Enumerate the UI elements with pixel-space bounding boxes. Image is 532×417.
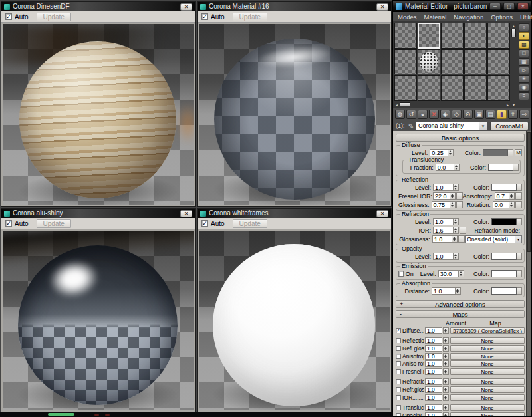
map-amount-field[interactable]: 1.0 — [425, 412, 442, 416]
make-material-copy-button[interactable]: ◈ — [440, 110, 450, 119]
diffuse-map-shortcut-button[interactable]: M — [515, 149, 522, 156]
material-slot-5[interactable] — [487, 23, 510, 49]
update-button[interactable]: Update — [37, 219, 71, 228]
background-button[interactable]: ▩ — [519, 41, 529, 49]
color-side-button[interactable] — [517, 184, 522, 191]
scroll-thumb[interactable] — [511, 29, 516, 37]
refraction-glossiness-field[interactable]: 1.0 — [432, 235, 452, 243]
options-button[interactable]: ✳ — [519, 75, 529, 83]
material-slot-12[interactable] — [418, 75, 440, 101]
menu-navigation[interactable]: Navigation — [454, 13, 483, 21]
rotation-spinner[interactable] — [509, 201, 515, 208]
color-side-button[interactable] — [517, 253, 522, 260]
map-enable-checkbox[interactable] — [396, 338, 401, 343]
put-to-library-button[interactable]: ◇ — [452, 110, 462, 119]
map-enable-checkbox[interactable] — [396, 361, 401, 366]
material-map-navigator-button[interactable]: ≡ — [519, 92, 529, 100]
titlebar[interactable]: Corona Material #16 ✕ — [198, 2, 391, 11]
close-button[interactable]: ✕ — [517, 3, 529, 10]
slots-vertical-scrollbar[interactable]: ▴ ▾ — [511, 23, 517, 107]
map-slot-button[interactable]: None — [450, 378, 525, 385]
map-amount-field[interactable]: 1.0 — [425, 404, 442, 411]
diffuse-level-spinner[interactable] — [448, 149, 454, 156]
map-amount-field[interactable]: 1.0 — [425, 353, 442, 360]
map-slot-button[interactable]: None — [450, 394, 525, 401]
anisotropy-spinner[interactable] — [509, 192, 515, 200]
glossiness-map-button[interactable] — [456, 201, 463, 208]
map-amount-field[interactable]: 1.0 — [425, 360, 442, 367]
material-class-button[interactable]: CoronaMtl — [490, 122, 529, 130]
material-slot-15[interactable] — [487, 75, 510, 101]
show-end-result-button[interactable]: ▤ — [485, 110, 495, 119]
chevron-down-icon[interactable]: ▼ — [515, 236, 521, 243]
show-map-in-viewport-button[interactable]: ▣ — [474, 110, 484, 119]
color-side-button[interactable] — [513, 164, 519, 171]
ior-spinner[interactable] — [453, 227, 459, 234]
refraction-level-spinner[interactable] — [453, 218, 459, 225]
close-button[interactable]: ✕ — [180, 3, 192, 11]
refraction-color-swatch[interactable] — [491, 218, 517, 225]
close-button[interactable]: ✕ — [376, 210, 388, 217]
map-amount-spinner[interactable] — [443, 412, 449, 416]
map-slot-button[interactable]: None — [450, 404, 525, 411]
map-slot-button[interactable]: None — [450, 345, 525, 352]
reset-map-button[interactable]: ✕ — [429, 110, 439, 119]
rotation-map-button[interactable] — [515, 201, 522, 208]
refraction-level-field[interactable]: 1.0 — [433, 218, 453, 225]
absorption-distance-spinner[interactable] — [455, 287, 461, 295]
auto-checkbox[interactable]: ✓Auto — [5, 220, 29, 227]
get-material-button[interactable]: ◍ — [395, 110, 405, 119]
material-editor-titlebar[interactable]: Material Editor - picturbaron ─ ▢ ✕ — [393, 1, 531, 12]
map-amount-field[interactable]: 1.0 — [425, 327, 442, 334]
map-enable-checkbox[interactable] — [396, 379, 401, 384]
absorption-distance-field[interactable]: 1.0 — [432, 287, 455, 295]
map-amount-spinner[interactable] — [443, 327, 449, 334]
sample-uv-tiling-button[interactable]: □ — [519, 49, 529, 57]
material-slot-8[interactable] — [441, 49, 464, 75]
diffuse-color-swatch[interactable] — [483, 149, 508, 156]
material-slot-13[interactable] — [441, 75, 464, 101]
map-slot-button[interactable]: None — [450, 360, 525, 367]
translucency-color-swatch[interactable] — [488, 164, 513, 171]
taskbar[interactable] — [0, 412, 393, 417]
emission-level-spinner[interactable] — [458, 270, 464, 277]
close-button[interactable]: ✕ — [180, 210, 192, 217]
make-preview-button[interactable]: ▷ — [519, 67, 529, 74]
rollout-basic-options[interactable]: - Basic options — [396, 134, 525, 142]
refraction-glossiness-map-button[interactable] — [458, 235, 465, 243]
auto-checkbox[interactable]: ✓Auto — [201, 13, 225, 21]
map-amount-spinner[interactable] — [443, 353, 449, 360]
emission-color-swatch[interactable] — [491, 270, 517, 277]
material-slot-10[interactable] — [487, 49, 510, 75]
auto-checkbox[interactable]: ✓Auto — [5, 13, 29, 21]
fresnel-ior-spinner[interactable] — [450, 192, 456, 200]
map-enable-checkbox[interactable] — [396, 395, 401, 400]
opacity-level-field[interactable]: 1.0 — [433, 253, 453, 260]
map-enable-checkbox[interactable] — [396, 387, 401, 392]
map-amount-field[interactable]: 1.0 — [425, 378, 442, 385]
color-side-button[interactable] — [517, 270, 522, 277]
translucency-fraction-spinner[interactable] — [454, 164, 460, 171]
map-amount-field[interactable]: 1.0 — [425, 386, 442, 393]
map-amount-field[interactable]: 1.0 — [425, 394, 442, 401]
map-amount-field[interactable]: 1.0 — [425, 337, 442, 344]
material-slot-7[interactable] — [418, 49, 440, 75]
map-amount-spinner[interactable] — [443, 404, 449, 411]
titlebar[interactable]: Corona alu-shiny ✕ — [1, 209, 195, 218]
scroll-down-icon[interactable]: ▾ — [513, 102, 515, 107]
reflection-level-field[interactable]: 1.0 — [433, 184, 453, 191]
material-slot-1[interactable] — [394, 23, 417, 49]
material-slot-4[interactable] — [464, 23, 487, 49]
color-side-button[interactable] — [517, 218, 522, 225]
update-button[interactable]: Update — [233, 219, 267, 228]
map-amount-spinner[interactable] — [443, 368, 449, 375]
map-enable-checkbox[interactable] — [396, 413, 401, 416]
reflection-glossiness-field[interactable]: 0.75 — [432, 201, 450, 208]
material-id-channel-button[interactable]: ⊙ — [463, 110, 473, 119]
reflection-color-swatch[interactable] — [491, 184, 517, 191]
fresnel-ior-field[interactable]: 22.0 — [433, 192, 450, 200]
backlight-button[interactable]: ◐ — [519, 32, 529, 40]
refraction-glossiness-spinner[interactable] — [452, 235, 458, 243]
anisotropy-field[interactable]: 0.7 — [495, 192, 509, 200]
rollout-maps[interactable]: - Maps — [396, 310, 525, 318]
